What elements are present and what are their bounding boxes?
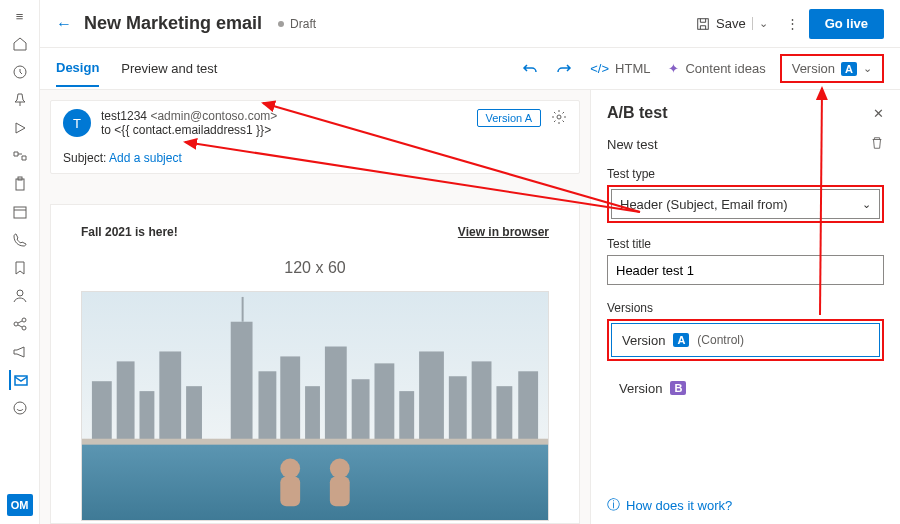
emoji-icon[interactable] [10, 398, 30, 418]
logo-placeholder[interactable]: 120 x 60 [81, 259, 549, 277]
to-value: <{{ contact.emailaddress1 }}> [114, 123, 271, 137]
undo-button[interactable] [522, 61, 538, 77]
test-title-label: Test title [607, 237, 884, 251]
svg-rect-14 [92, 381, 112, 440]
svg-rect-1 [16, 179, 24, 190]
email-body[interactable]: Fall 2021 is here! View in browser 120 x… [50, 204, 580, 524]
home-icon[interactable] [10, 34, 30, 54]
more-button[interactable]: ⋮ [786, 16, 799, 31]
test-type-label: Test type [607, 167, 884, 181]
phone-icon[interactable] [10, 230, 30, 250]
chevron-down-icon: ⌄ [863, 62, 872, 75]
version-a-highlight: Version A (Control) [607, 319, 884, 361]
svg-point-4 [17, 290, 23, 296]
svg-rect-26 [374, 363, 394, 440]
new-test-label: New test [607, 137, 658, 152]
hamburger-icon[interactable]: ≡ [10, 6, 30, 26]
save-label: Save [716, 16, 746, 31]
go-live-button[interactable]: Go live [809, 9, 884, 39]
delete-icon[interactable] [870, 136, 884, 153]
calendar-icon[interactable] [10, 202, 30, 222]
version-a-chip[interactable]: Version A [477, 109, 541, 127]
tab-preview[interactable]: Preview and test [121, 51, 217, 86]
save-chevron-icon[interactable]: ⌄ [752, 17, 768, 30]
svg-rect-17 [159, 351, 181, 440]
test-type-select[interactable]: Header (Subject, Email from) ⌄ [611, 189, 880, 219]
person-icon[interactable] [10, 286, 30, 306]
svg-rect-35 [280, 476, 300, 506]
hero-image[interactable] [81, 291, 549, 521]
svg-rect-22 [280, 356, 300, 440]
version-label: Version [792, 61, 835, 76]
version-b-badge: B [670, 381, 686, 395]
clipboard-icon[interactable] [10, 174, 30, 194]
sparkle-icon: ✦ [668, 61, 679, 76]
subject-row[interactable]: Subject: Add a subject [63, 145, 567, 165]
svg-rect-28 [419, 351, 444, 440]
html-button[interactable]: </> HTML [590, 61, 650, 76]
svg-point-34 [280, 459, 300, 479]
versions-label: Versions [607, 301, 884, 315]
redo-button[interactable] [556, 61, 572, 77]
svg-rect-13 [82, 441, 548, 520]
svg-point-7 [22, 326, 26, 330]
subject-placeholder[interactable]: Add a subject [109, 151, 182, 165]
journey-icon[interactable] [10, 146, 30, 166]
page-title: New Marketing email [84, 13, 262, 34]
test-type-value: Header (Subject, Email from) [620, 197, 788, 212]
app-badge[interactable]: OM [7, 494, 33, 516]
mail-icon[interactable] [9, 370, 29, 390]
version-b-label: Version [619, 381, 662, 396]
from-block[interactable]: test1234 <admin@contoso.com> to <{{ cont… [101, 109, 477, 137]
share-icon[interactable] [10, 314, 30, 334]
megaphone-icon[interactable] [10, 342, 30, 362]
svg-rect-33 [82, 439, 548, 445]
svg-point-6 [22, 318, 26, 322]
help-link[interactable]: ⓘ How does it work? [607, 496, 732, 514]
version-a-label: Version [622, 333, 665, 348]
gear-icon[interactable] [551, 109, 567, 128]
back-button[interactable]: ← [56, 15, 72, 33]
svg-rect-23 [305, 386, 320, 441]
svg-point-5 [14, 322, 18, 326]
content-ideas-button[interactable]: ✦ Content ideas [668, 61, 765, 76]
subject-label: Subject: [63, 151, 106, 165]
bookmark-icon[interactable] [10, 258, 30, 278]
version-a-note: (Control) [697, 333, 744, 347]
play-icon[interactable] [10, 118, 30, 138]
version-a-item[interactable]: Version A (Control) [611, 323, 880, 357]
svg-rect-32 [518, 371, 538, 440]
email-header: T test1234 <admin@contoso.com> to <{{ co… [50, 100, 580, 174]
svg-rect-21 [258, 371, 276, 440]
version-b-item[interactable]: Version B [609, 371, 882, 405]
top-bar: ← New Marketing email Draft Save ⌄ ⋮ Go … [40, 0, 900, 48]
content-ideas-label: Content ideas [685, 61, 765, 76]
svg-rect-25 [352, 379, 370, 440]
save-button[interactable]: Save ⌄ [696, 16, 768, 31]
view-in-browser-link[interactable]: View in browser [458, 225, 549, 239]
status-dot [278, 21, 284, 27]
close-icon[interactable]: ✕ [873, 106, 884, 121]
tab-design[interactable]: Design [56, 50, 99, 87]
svg-rect-18 [186, 386, 202, 441]
svg-marker-20 [242, 297, 244, 322]
recent-icon[interactable] [10, 62, 30, 82]
test-title-input[interactable] [607, 255, 884, 285]
svg-rect-30 [472, 361, 492, 440]
svg-rect-29 [449, 376, 467, 440]
version-a-badge: A [673, 333, 689, 347]
pin-icon[interactable] [10, 90, 30, 110]
svg-rect-15 [117, 361, 135, 440]
svg-rect-27 [399, 391, 414, 441]
body-headline: Fall 2021 is here! [81, 225, 178, 239]
tab-bar: Design Preview and test </> HTML ✦ Conte… [40, 48, 900, 90]
to-label: to [101, 123, 111, 137]
svg-rect-3 [14, 207, 26, 218]
code-icon: </> [590, 61, 609, 76]
svg-point-9 [14, 402, 26, 414]
test-type-highlight: Header (Subject, Email from) ⌄ [607, 185, 884, 223]
status-label: Draft [290, 17, 316, 31]
from-email: <admin@contoso.com> [150, 109, 277, 123]
from-name: test1234 [101, 109, 147, 123]
version-selector[interactable]: Version A ⌄ [786, 58, 878, 79]
